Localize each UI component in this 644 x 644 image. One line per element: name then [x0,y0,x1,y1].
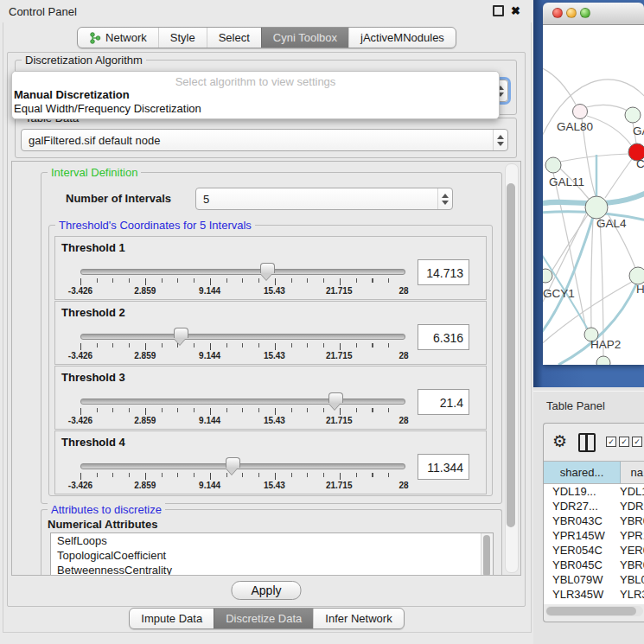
tab-jactivemnodules[interactable]: jActiveMNodules [348,28,456,48]
slider-thumb[interactable] [226,457,240,468]
cyni-toolbox-content: Discretization Algorithm Table Data galF… [7,52,526,607]
close-icon[interactable]: ✖ [511,5,520,16]
threshold-value-field[interactable]: 6.316 [418,324,469,350]
node-label-partial: GA [633,124,644,137]
tab-infer-network[interactable]: Infer Network [313,609,403,628]
network-window-titlebar[interactable] [543,3,644,25]
columns-icon[interactable] [578,433,596,452]
number-of-intervals-label: Number of Intervals [66,192,171,205]
node-label-gal11: GAL11 [549,175,584,188]
column-header-shared-name[interactable]: shared... [544,462,621,483]
threshold-value-field[interactable]: 21.4 [418,389,469,415]
group-title: Discretization Algorithm [22,54,146,67]
threshold-slider[interactable]: -3.4262.859 9.14415.43 21.71528 [80,396,404,425]
column-header-name[interactable]: na [621,462,644,483]
table-row[interactable]: YIL052CYIL0 [544,602,644,604]
tab-impute-data[interactable]: Impute Data [130,609,214,628]
slider-thumb[interactable] [328,392,343,403]
settings-vertical-scrollbar[interactable] [505,163,519,573]
table-row[interactable]: YBR045CYBR0 [544,558,644,572]
slider-track[interactable] [80,334,405,340]
threshold-row: Threshold 2 -3.4262.859 9.14415.43 21.71… [54,301,487,365]
close-traffic-light-icon[interactable] [552,8,563,18]
slider-thumb[interactable] [174,328,188,338]
right-panel: GAL80 GA C GAL11 GAL4 GCY1 H HAP2 Table … [533,0,644,644]
group-title: Interval Definition [48,166,141,179]
stepper-up-icon [442,194,449,198]
attributes-group: Attributes to discretize Numerical Attri… [41,509,502,576]
table-data-combobox[interactable]: galFiltered.sif default node [21,129,508,151]
list-scrollbar[interactable] [481,533,493,576]
threshold-slider[interactable]: -3.4262.859 9.14415.43 21.71528 [80,266,404,296]
table-row[interactable]: YDR27...YDR2 [544,499,644,513]
intervals-value: 5 [196,193,437,206]
zoom-traffic-light-icon[interactable] [580,8,590,18]
scrollbar-thumb[interactable] [546,607,636,615]
slider-track[interactable] [80,463,405,469]
checkbox-icon[interactable]: ✓ [632,437,642,447]
minimize-traffic-light-icon[interactable] [566,8,577,18]
table-row[interactable]: YPR145WYPR1 [544,528,644,543]
table-panel-window: ⚙ ✓ ✓ ✓ shared... na YDL19...YDL1 YDR27.… [543,423,644,622]
numerical-attributes-list: SelfLoops TopologicalCoefficient Between… [50,532,494,576]
popup-option-equal-width-frequency[interactable]: Equal Width/Frequency Discretization [14,102,495,115]
tab-network[interactable]: Network [78,28,158,48]
checkbox-icon[interactable]: ✓ [619,437,629,447]
settings-scrollpane: Interval Definition Number of Intervals … [11,161,521,576]
number-of-intervals-spinner[interactable]: 5 [195,188,453,210]
table-horizontal-scrollbar[interactable] [545,606,643,616]
table-panel-title: Table Panel [546,399,605,412]
slider-track[interactable] [80,269,405,275]
tab-cyni-toolbox[interactable]: Cyni Toolbox [261,28,348,48]
panel-title: Control Panel [9,5,77,18]
network-icon [89,32,101,44]
popup-hint: Select algorithm to view settings [12,75,499,88]
slider-track[interactable] [80,399,405,405]
node-label-partial: H [636,283,644,296]
table-row[interactable]: YBL079WYBL0 [544,572,644,587]
node-gal11 [545,157,561,173]
table-data-value: galFiltered.sif default node [22,134,493,147]
node-label-gal4: GAL4 [596,217,627,230]
node [625,107,641,123]
threshold-row: Threshold 4 -3.4262.859 9.14415.43 21.71… [54,430,487,494]
tab-select[interactable]: Select [207,28,261,48]
threshold-slider[interactable]: -3.4262.859 9.14415.43 21.71528 [80,461,404,490]
table-row[interactable]: YLR345WYLR3 [544,587,644,602]
checkbox-icon[interactable]: ✓ [606,437,616,447]
combo-stepper[interactable] [493,130,507,150]
group-title: Threshold's Coordinates for 5 Intervals [55,219,255,232]
threshold-slider[interactable]: -3.4262.859 9.14415.43 21.71528 [80,331,404,360]
node-gcy1 [543,269,552,283]
table-data-group: Table Data galFiltered.sif default node [15,118,517,158]
table-rows: YDL19...YDL1 YDR27...YDR2 YBR043CYBR0 YP… [544,484,644,604]
gear-icon[interactable]: ⚙ [552,433,567,450]
interval-definition-group: Interval Definition Number of Intervals … [41,172,502,504]
stepper-down-icon [442,201,449,205]
popup-option-manual-discretization[interactable]: Manual Discretization [14,88,495,101]
spinner-stepper[interactable] [437,188,452,209]
list-item[interactable]: SelfLoops [51,533,493,548]
table-row[interactable]: YDL19...YDL1 [544,484,644,499]
table-row[interactable]: YER054CYER0 [544,543,644,558]
tab-style[interactable]: Style [158,28,207,48]
control-panel-titlebar: Control Panel ✖ [0,0,533,22]
stepper-up-icon [497,135,504,139]
algorithm-dropdown-popup: Select algorithm to view settings Manual… [11,71,500,119]
scrollbar-thumb[interactable] [507,183,515,527]
float-window-icon[interactable] [493,5,504,16]
tab-discretize-data[interactable]: Discretize Data [214,609,313,628]
slider-thumb[interactable] [260,263,275,273]
node-gal80 [573,105,588,119]
tab-label: Network [105,31,147,44]
threshold-value-field[interactable]: 14.713 [418,259,469,285]
table-toolbar: ⚙ ✓ ✓ ✓ [544,424,644,461]
table-header-row: shared... na [544,461,644,484]
threshold-value-field[interactable]: 11.344 [418,454,469,480]
apply-button[interactable]: Apply [231,581,301,600]
numerical-attributes-label: Numerical Attributes [48,518,157,531]
list-item[interactable]: BetweennessCentrality [51,563,493,576]
list-item[interactable]: TopologicalCoefficient [51,548,493,563]
table-row[interactable]: YBR043CYBR0 [544,513,644,528]
network-canvas[interactable]: GAL80 GA C GAL11 GAL4 GCY1 H HAP2 [543,25,644,365]
